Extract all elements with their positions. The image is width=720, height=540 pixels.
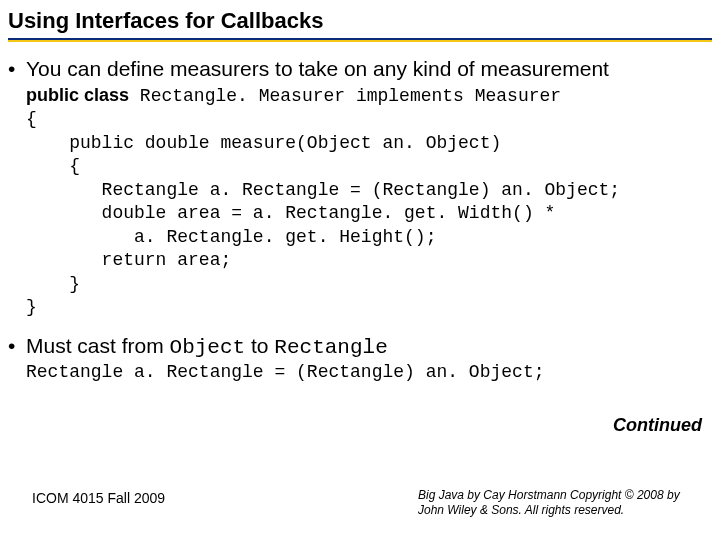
- code-decl-rest: Rectangle. Measurer implements Measurer: [129, 86, 561, 106]
- code-line: {: [26, 109, 37, 129]
- footer-left: ICOM 4015 Fall 2009: [32, 490, 165, 506]
- code-line: public double measure(Object an. Object): [26, 133, 501, 153]
- bullet-2-p1: Must cast from: [26, 334, 170, 357]
- footer-right: Big Java by Cay Horstmann Copyright © 20…: [418, 488, 708, 518]
- bullet-2-code-1: Object: [170, 336, 246, 359]
- bullet-2-code-2: Rectangle: [274, 336, 387, 359]
- code-line: }: [26, 297, 37, 317]
- code-block-2: Rectangle a. Rectangle = (Rectangle) an.…: [8, 362, 712, 384]
- slide-title: Using Interfaces for Callbacks: [0, 0, 720, 38]
- slide: Using Interfaces for Callbacks • You can…: [0, 0, 720, 540]
- code-keyword: public class: [26, 85, 129, 105]
- code-line: double area = a. Rectangle. get. Width()…: [26, 203, 555, 223]
- bullet-2-text: Must cast from Object to Rectangle: [26, 333, 712, 361]
- bullet-1-text: You can define measurers to take on any …: [26, 56, 712, 82]
- bullet-2: • Must cast from Object to Rectangle: [8, 333, 712, 361]
- bullet-dot-icon: •: [8, 333, 26, 359]
- bullet-1: • You can define measurers to take on an…: [8, 56, 712, 82]
- code-block-1: public class Rectangle. Measurer impleme…: [8, 84, 712, 319]
- code-line: Rectangle a. Rectangle = (Rectangle) an.…: [26, 180, 620, 200]
- code-line: }: [26, 274, 80, 294]
- code-line: {: [26, 156, 80, 176]
- code-line: return area;: [26, 250, 231, 270]
- bullet-dot-icon: •: [8, 56, 26, 82]
- slide-body: • You can define measurers to take on an…: [0, 42, 720, 384]
- code-line: a. Rectangle. get. Height();: [26, 227, 436, 247]
- continued-label: Continued: [613, 415, 702, 436]
- bullet-2-p2: to: [245, 334, 274, 357]
